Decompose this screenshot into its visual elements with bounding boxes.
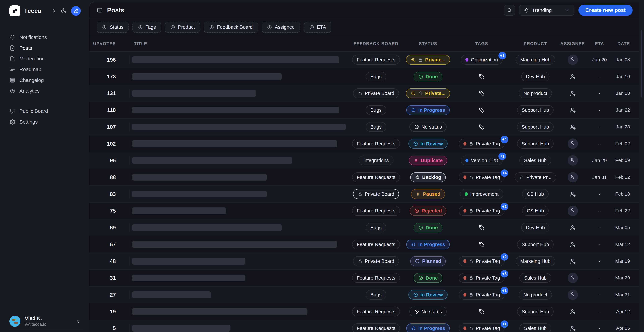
feedback-board-pill[interactable]: Feature Requests — [352, 239, 400, 249]
status-badge[interactable]: Done — [414, 223, 442, 232]
product-pill[interactable]: Markeing Hub — [516, 55, 555, 65]
sidebar-item-settings[interactable]: Settings — [10, 117, 89, 127]
moon-icon[interactable] — [61, 8, 67, 14]
feedback-board-pill[interactable]: Bugs — [366, 122, 386, 132]
product-pill[interactable]: Dev Hub — [521, 72, 550, 81]
status-badge[interactable]: Private... — [406, 89, 450, 98]
table-row[interactable]: 75 Feature Requests Rejected Private Tag… — [89, 203, 639, 219]
tag-icon[interactable] — [479, 107, 485, 113]
sidebar-item-public-board[interactable]: Public Board — [10, 106, 89, 117]
add-assignee-button[interactable] — [569, 73, 576, 80]
status-badge[interactable]: Backlog — [410, 172, 446, 182]
tag-counter-badge[interactable]: +3 — [500, 270, 508, 277]
table-row[interactable]: 102 Feature Requests In Review Private T… — [89, 135, 639, 152]
table-row[interactable]: 118 Bugs In Progress Support Hub - Jan 2… — [89, 102, 639, 119]
add-assignee-button[interactable] — [569, 325, 576, 332]
col-product[interactable]: PRODUCT — [514, 41, 557, 46]
status-badge[interactable]: In Review — [408, 139, 448, 149]
product-pill[interactable]: Support Hub — [517, 105, 554, 115]
tag-counter-badge[interactable]: +1 — [500, 287, 508, 294]
feedback-board-pill[interactable]: Bugs — [366, 223, 386, 232]
tag-counter-badge[interactable]: +1 — [498, 52, 506, 59]
feedback-board-pill[interactable]: Feature Requests — [352, 172, 400, 182]
tag-icon[interactable] — [479, 124, 485, 130]
create-new-post-button[interactable]: Create new post — [578, 5, 632, 16]
col-title[interactable]: TITLE — [118, 41, 346, 46]
tag-pill[interactable]: Private Tag — [459, 323, 505, 332]
table-row[interactable]: 48 Private Board Planned Private Tag+2 M… — [89, 253, 639, 270]
status-badge[interactable]: In Progress — [406, 239, 450, 249]
filter-assignee[interactable]: Assignee — [262, 22, 300, 33]
assignee-avatar[interactable] — [568, 138, 578, 149]
tag-pill[interactable]: Optimization — [461, 55, 502, 65]
feedback-board-pill[interactable]: Feature Requests — [352, 307, 400, 316]
product-pill[interactable]: No product — [519, 89, 552, 98]
compose-button[interactable] — [71, 6, 81, 16]
feedback-board-pill[interactable]: Bugs — [366, 290, 386, 300]
table-row[interactable]: 5 Feature Requests In Progress Private T… — [89, 320, 639, 332]
product-pill[interactable]: Support Hub — [517, 139, 554, 149]
feedback-board-pill[interactable]: Feature Requests — [352, 323, 400, 332]
add-assignee-button[interactable] — [569, 224, 576, 231]
product-pill[interactable]: Sales Hub — [520, 273, 551, 283]
feedback-board-pill[interactable]: Integrations — [358, 156, 394, 165]
tag-counter-badge[interactable]: +1 — [498, 153, 506, 160]
tag-icon[interactable] — [479, 74, 485, 80]
col-eta[interactable]: ETA — [588, 41, 611, 46]
product-pill[interactable]: Sales Hub — [520, 156, 551, 165]
feedback-board-pill[interactable]: Private Board — [353, 256, 399, 266]
scrollbar-thumb[interactable] — [641, 30, 642, 97]
filter-feedback-board[interactable]: Feedback Board — [204, 22, 258, 33]
table-row[interactable]: 69 Bugs Done Dev Hub - Mar 05 — [89, 219, 639, 236]
tag-counter-badge[interactable]: +4 — [500, 169, 508, 177]
sidebar-item-posts[interactable]: Posts — [10, 43, 89, 53]
status-badge[interactable]: Paused — [411, 189, 445, 199]
sidebar-item-changelog[interactable]: Changelog — [10, 75, 89, 86]
status-badge[interactable]: In Progress — [406, 323, 450, 332]
status-badge[interactable]: No status — [410, 307, 447, 316]
feedback-board-pill[interactable]: Feature Requests — [352, 55, 400, 65]
status-badge[interactable]: In Review — [408, 290, 448, 300]
product-pill[interactable]: CS Hub — [522, 206, 548, 216]
tag-pill[interactable]: Version 1.28 — [461, 156, 502, 165]
workspace-switcher[interactable]: Tecca — [0, 0, 89, 22]
table-row[interactable]: 196 Feature Requests Private... Optimiza… — [89, 52, 639, 68]
product-pill[interactable]: CS Hub — [522, 189, 548, 199]
table-row[interactable]: 19 Feature Requests No status Support Hu… — [89, 303, 639, 320]
table-row[interactable]: 83 Private Board Paused Improvement CS H… — [89, 186, 639, 203]
assignee-avatar[interactable] — [568, 55, 578, 65]
product-pill[interactable]: Private Pr... — [514, 172, 556, 182]
add-assignee-button[interactable] — [569, 258, 576, 264]
table-row[interactable]: 67 Feature Requests In Progress Support … — [89, 236, 639, 253]
tag-counter-badge[interactable]: +2 — [500, 203, 508, 210]
feedback-board-pill[interactable]: Feature Requests — [352, 139, 400, 149]
user-menu[interactable]: Vlad K. v@tecca.io — [0, 315, 89, 327]
add-assignee-button[interactable] — [569, 241, 576, 248]
status-badge[interactable]: No status — [410, 122, 447, 132]
tag-icon[interactable] — [479, 225, 485, 231]
col-date[interactable]: DATE — [611, 41, 639, 46]
tag-pill[interactable]: Private Tag — [459, 256, 505, 266]
product-pill[interactable]: Sales Hub — [520, 323, 551, 332]
filter-status[interactable]: Status — [96, 22, 129, 33]
product-pill[interactable]: Markeing Hub — [516, 256, 555, 266]
tag-icon[interactable] — [479, 241, 485, 247]
tag-counter-badge[interactable]: +1 — [500, 320, 508, 328]
add-assignee-button[interactable] — [569, 308, 576, 315]
feedback-board-pill[interactable]: Feature Requests — [352, 206, 400, 216]
col-upvotes[interactable]: UPVOTES — [89, 41, 118, 46]
feedback-board-pill[interactable]: Private Board — [353, 89, 399, 98]
status-badge[interactable]: In Progress — [406, 105, 450, 115]
tag-icon[interactable] — [479, 308, 485, 314]
tag-pill[interactable]: Improvement — [460, 189, 503, 199]
sidebar-toggle-icon[interactable] — [96, 7, 103, 14]
assignee-avatar[interactable] — [568, 289, 578, 300]
search-button[interactable] — [504, 5, 515, 16]
tag-pill[interactable]: Private Tag — [459, 273, 505, 283]
status-badge[interactable]: Planned — [410, 256, 446, 266]
feedback-board-pill[interactable]: Feature Requests — [352, 273, 400, 283]
sort-dropdown[interactable]: Trending — [519, 5, 574, 16]
sidebar-item-roadmap[interactable]: Roadmap — [10, 64, 89, 75]
table-row[interactable]: 27 Bugs In Review Private Tag+1 No produ… — [89, 286, 639, 303]
status-badge[interactable]: Done — [414, 273, 442, 283]
